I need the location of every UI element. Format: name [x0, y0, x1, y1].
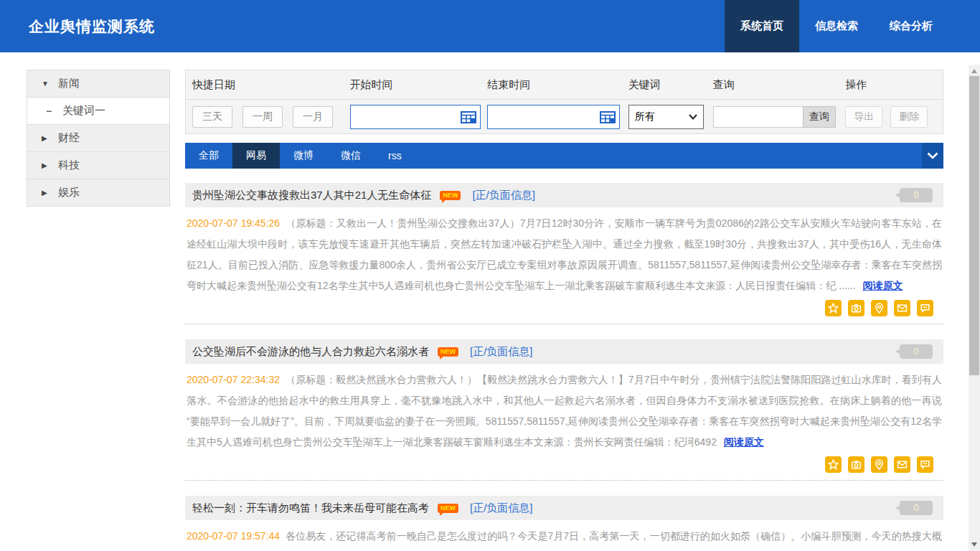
news-list: 贵州坠湖公交事故搜救出37人其中21人无生命体征 NEW [正/负面信息] 0 …: [185, 183, 943, 551]
end-time-field[interactable]: [487, 105, 620, 129]
caret-right-icon: [42, 134, 50, 142]
top-nav: 系统首页 信息检索 综合分析: [725, 0, 948, 52]
mail-icon[interactable]: [894, 456, 910, 473]
nav-item-search[interactable]: 信息检索: [799, 0, 874, 52]
comment-icon[interactable]: [917, 456, 933, 473]
caret-down-icon: [42, 80, 50, 88]
news-content: （原标题：毅然决然跳水合力营救六人！）【毅然决然跳水合力营救六人！】7月7日中午…: [187, 374, 942, 448]
sidebar-item-tech[interactable]: 科技: [27, 152, 169, 179]
news-content: 各位易友，还记得高考前一晚自己是怎么度过的吗？今天是7月7日，高考第一天，一切都…: [187, 530, 942, 551]
new-badge: NEW: [438, 347, 458, 357]
scrollbar-thumb[interactable]: [969, 76, 979, 375]
export-button[interactable]: 导出: [845, 106, 882, 128]
news-item-body: 2020-07-07 22:34:32（原标题：毅然决然跳水合力营救六人！）【毅…: [185, 364, 943, 473]
start-time-field[interactable]: [350, 105, 481, 129]
mail-icon[interactable]: [894, 300, 910, 316]
label-quick-date: 快捷日期: [186, 78, 344, 92]
label-start-time: 开始时间: [344, 78, 481, 92]
vertical-scrollbar[interactable]: [969, 65, 980, 551]
filter-label-row: 快捷日期 开始时间 结束时间 关键词 查询 操作: [186, 70, 943, 100]
tab-all[interactable]: 全部: [185, 143, 232, 169]
sidebar-item-finance[interactable]: 财经: [27, 125, 169, 152]
scroll-down-arrow-icon[interactable]: [971, 542, 977, 547]
tab-netease[interactable]: 网易: [232, 143, 280, 169]
chevron-down-icon: [689, 114, 697, 120]
label-query: 查询: [707, 78, 839, 92]
tab-collapse-button[interactable]: [922, 143, 943, 169]
quick-3days-button[interactable]: 三天: [192, 106, 232, 128]
news-item: 贵州坠湖公交事故搜救出37人其中21人无生命体征 NEW [正/负面信息] 0 …: [185, 183, 943, 324]
news-timestamp: 2020-07-07 19:45:26: [187, 217, 280, 229]
label-operation: 操作: [839, 78, 943, 92]
location-icon[interactable]: [871, 300, 887, 316]
comment-count-badge: 0: [900, 501, 933, 515]
label-end-time: 结束时间: [481, 78, 622, 92]
news-item: 公交坠湖后不会游泳的他与人合力救起六名溺水者 NEW [正/负面信息] 0 20…: [185, 339, 943, 481]
star-icon[interactable]: [825, 456, 842, 473]
app-header: 企业舆情监测系统 系统首页 信息检索 综合分析: [0, 0, 980, 52]
keyword-select-value: 所有: [635, 110, 655, 123]
quick-1month-button[interactable]: 一月: [293, 106, 333, 128]
sidebar-item-label: 新闻: [58, 77, 80, 90]
camera-icon[interactable]: [848, 456, 864, 473]
scroll-up-arrow-icon[interactable]: [971, 69, 977, 73]
sentiment-link[interactable]: [正/负面信息]: [470, 501, 533, 515]
news-item-header: 贵州坠湖公交事故搜救出37人其中21人无生命体征 NEW [正/负面信息] 0: [185, 183, 943, 207]
caret-right-icon: [42, 189, 50, 197]
minus-icon: [46, 105, 55, 117]
news-item-header: 轻松一刻：开车请勿鸣笛！我未来岳母可能在高考 NEW [正/负面信息] 0: [185, 496, 943, 520]
nav-item-analysis[interactable]: 综合分析: [874, 0, 948, 52]
news-title[interactable]: 公交坠湖后不会游泳的他与人合力救起六名溺水者: [192, 345, 429, 359]
sidebar-item-label: 关键词一: [62, 104, 105, 118]
filter-panel: 快捷日期 开始时间 结束时间 关键词 查询 操作 三天 一周 一月: [185, 70, 943, 134]
news-item-header: 公交坠湖后不会游泳的他与人合力救起六名溺水者 NEW [正/负面信息] 0: [185, 339, 943, 364]
news-action-row: [187, 300, 942, 316]
news-item-body: 2020-07-07 19:57:44各位易友，还记得高考前一晚自己是怎么度过的…: [185, 520, 943, 551]
tab-wechat[interactable]: 微信: [327, 143, 374, 169]
new-badge: NEW: [440, 191, 461, 200]
sentiment-link[interactable]: [正/负面信息]: [470, 345, 533, 359]
sidebar-item-news[interactable]: 新闻: [27, 70, 169, 98]
query-button[interactable]: 查询: [803, 106, 836, 128]
news-title[interactable]: 轻松一刻：开车请勿鸣笛！我未来岳母可能在高考: [192, 501, 429, 515]
news-item-body: 2020-07-07 19:45:26（原标题：又救出一人！贵州坠湖公交搜救出3…: [185, 207, 943, 316]
news-item: 轻松一刻：开车请勿鸣笛！我未来岳母可能在高考 NEW [正/负面信息] 0 20…: [185, 496, 943, 551]
main-content: 快捷日期 开始时间 结束时间 关键词 查询 操作 三天 一周 一月: [185, 70, 943, 551]
nav-item-home[interactable]: 系统首页: [725, 0, 799, 52]
comment-icon[interactable]: [917, 300, 933, 316]
camera-icon[interactable]: [848, 300, 864, 316]
label-keyword: 关键词: [622, 78, 707, 92]
source-tab-bar: 全部 网易 微博 微信 rss: [185, 143, 943, 169]
quick-1week-button[interactable]: 一周: [242, 106, 283, 128]
query-input[interactable]: [713, 106, 803, 128]
read-original-link[interactable]: 阅读原文: [862, 280, 903, 291]
comment-count-badge: 0: [900, 188, 933, 202]
start-time-input[interactable]: [351, 105, 461, 128]
read-original-link[interactable]: 阅读原文: [724, 436, 764, 448]
sentiment-link[interactable]: [正/负面信息]: [472, 189, 535, 202]
tab-rss[interactable]: rss: [374, 143, 415, 169]
filter-control-row: 三天 一周 一月: [186, 100, 943, 133]
chevron-down-icon: [927, 152, 938, 159]
location-icon[interactable]: [871, 456, 887, 473]
calendar-icon[interactable]: [600, 110, 616, 123]
news-timestamp: 2020-07-07 22:34:32: [187, 374, 280, 385]
tab-weibo[interactable]: 微博: [280, 143, 327, 169]
news-timestamp: 2020-07-07 19:57:44: [187, 530, 280, 542]
end-time-input[interactable]: [488, 105, 600, 128]
new-badge: NEW: [438, 504, 458, 513]
star-icon[interactable]: [825, 300, 842, 316]
news-content: （原标题：又救出一人！贵州坠湖公交搜救出37人）7月7日12时30分许，安顺市一…: [187, 217, 942, 291]
sidebar-item-label: 娱乐: [58, 186, 80, 199]
sidebar: 新闻 关键词一 财经 科技 娱乐: [27, 70, 170, 207]
sidebar-item-entertainment[interactable]: 娱乐: [27, 179, 169, 207]
calendar-icon[interactable]: [461, 110, 476, 123]
sidebar-item-keyword1[interactable]: 关键词一: [27, 98, 169, 125]
sidebar-item-label: 科技: [58, 159, 80, 172]
delete-button[interactable]: 删除: [890, 106, 928, 128]
keyword-select[interactable]: 所有: [628, 105, 704, 129]
news-title[interactable]: 贵州坠湖公交事故搜救出37人其中21人无生命体征: [192, 189, 431, 202]
app-title: 企业舆情监测系统: [29, 0, 155, 52]
comment-count-badge: 0: [900, 344, 933, 359]
caret-right-icon: [42, 161, 50, 169]
